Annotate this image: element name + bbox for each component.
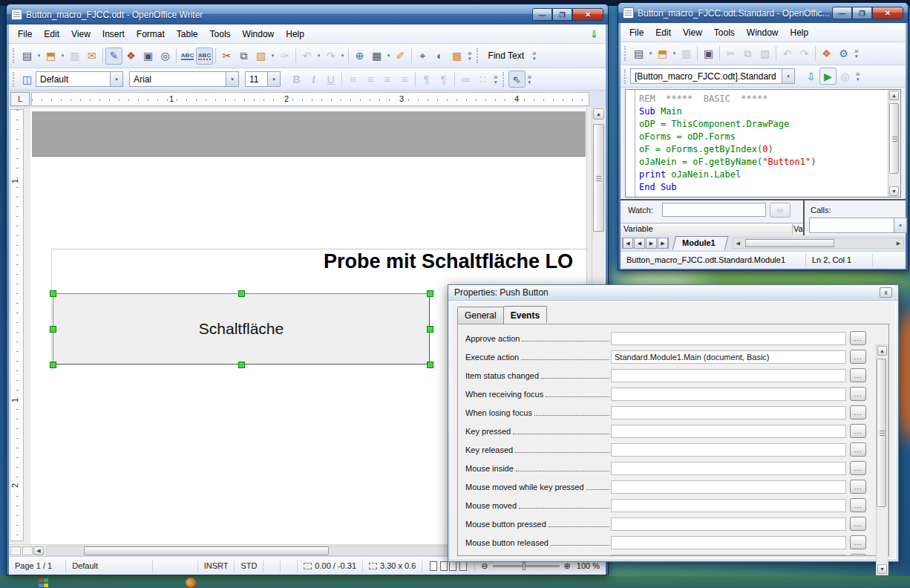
events-scrollbar-thumb[interactable] [877, 359, 886, 507]
paragraph-style-combo[interactable]: Default▾ [36, 71, 123, 87]
hyperlink-icon[interactable]: ⊕ [351, 48, 368, 65]
code-lines[interactable]: REM ***** BASIC ***** Sub Main oDP = Thi… [639, 93, 886, 194]
menu-window[interactable]: Window [741, 25, 785, 40]
styles-icon[interactable]: ◫ [19, 71, 36, 88]
spellcheck-icon[interactable]: ABC [179, 48, 196, 65]
browse-button[interactable]: ... [850, 424, 866, 438]
selection-handle[interactable] [50, 290, 56, 297]
ide-run-toolbar-overflow-icon[interactable]: »▾ [854, 71, 862, 82]
format-toolbar-overflow-icon[interactable]: »▾ [491, 74, 500, 85]
minimize-button[interactable]: — [832, 7, 852, 19]
page-number-status[interactable]: Page 1 / 1 [9, 560, 66, 572]
minimize-button[interactable]: — [532, 8, 552, 21]
form-toolbar-overflow-icon[interactable]: »▾ [526, 74, 534, 85]
browse-button[interactable]: ... [850, 442, 866, 457]
view-split-cell[interactable] [10, 546, 21, 555]
print-icon[interactable]: ▣ [700, 45, 717, 62]
scroll-up-icon[interactable]: ▲ [877, 346, 887, 356]
ide-hscrollbar-thumb[interactable] [745, 239, 834, 247]
tab-stop-selector[interactable]: L [10, 92, 30, 106]
scroll-left-icon[interactable]: ◀ [33, 546, 44, 555]
export-pdf-icon[interactable]: ❖ [122, 48, 140, 65]
vertical-ruler[interactable]: 1 1 2 [10, 109, 24, 541]
breakpoint-gutter[interactable] [626, 90, 635, 197]
navigator-icon[interactable]: ◐ [431, 48, 448, 65]
variable-column-header[interactable]: Variable [621, 223, 793, 235]
horizontal-scrollbar-thumb[interactable] [84, 546, 329, 555]
first-tab-icon[interactable]: ◀ [622, 238, 633, 249]
selection-handle[interactable] [427, 362, 433, 368]
select-pointer-icon[interactable]: ⇖ [508, 71, 526, 88]
print-icon[interactable]: ▣ [140, 48, 157, 65]
run-icon[interactable]: ▶ [819, 68, 837, 85]
menu-insert[interactable]: Insert [96, 27, 131, 42]
ide-horizontal-scrollbar[interactable]: ◀ ▶ [733, 238, 904, 249]
basic-code-editor[interactable]: REM ***** BASIC ***** Sub Main oDP = Thi… [625, 89, 901, 197]
code-scrollbar-thumb[interactable] [889, 103, 899, 174]
document-heading[interactable]: Probe mit Schaltfläche LO [324, 250, 573, 273]
menu-tools[interactable]: Tools [708, 25, 741, 40]
open-icon[interactable]: ⬒ [654, 45, 671, 62]
browse-button[interactable]: ... [850, 331, 866, 345]
browse-button[interactable]: ... [850, 368, 866, 382]
browse-button[interactable]: ... [850, 480, 866, 494]
menu-tools[interactable]: Tools [204, 27, 237, 42]
open-dropdown-icon[interactable]: ▾ [671, 50, 678, 56]
zoom-slider[interactable] [493, 565, 560, 567]
event-handler-field[interactable] [611, 536, 846, 549]
selection-mode-status[interactable]: STD [235, 560, 263, 572]
settings-gear-icon[interactable]: ⚙ [835, 45, 852, 62]
close-button[interactable]: ✕ [572, 8, 603, 21]
new-document-icon[interactable]: ▤ [630, 45, 647, 62]
book-view-icon[interactable] [459, 561, 467, 571]
menu-table[interactable]: Table [171, 27, 204, 42]
single-page-view-icon[interactable] [430, 561, 437, 571]
menu-format[interactable]: Format [131, 27, 171, 42]
draw-functions-icon[interactable]: ✐ [392, 48, 409, 65]
scroll-up-icon[interactable]: ▲ [593, 108, 604, 120]
find-replace-icon[interactable]: ⌖ [414, 48, 431, 65]
watch-input[interactable] [662, 203, 766, 217]
menu-help[interactable]: Help [280, 27, 310, 42]
event-handler-field[interactable] [611, 517, 846, 531]
menu-edit[interactable]: Edit [649, 25, 677, 40]
zoom-slider-thumb[interactable] [523, 562, 526, 570]
events-scrollbar[interactable]: ▲ ▼ [876, 344, 888, 575]
new-document-icon[interactable]: ▤ [19, 48, 36, 65]
event-handler-field[interactable] [611, 462, 846, 475]
find-toolbar-overflow-icon[interactable]: »▾ [530, 50, 539, 61]
event-handler-field[interactable] [611, 406, 846, 419]
last-tab-icon[interactable]: ▶ [658, 238, 669, 249]
scroll-down-icon[interactable]: ▼ [877, 564, 887, 574]
find-text-label[interactable]: Find Text [482, 50, 530, 61]
horizontal-ruler[interactable]: 1 2 3 4 [31, 92, 589, 106]
menu-file[interactable]: File [12, 27, 38, 42]
menu-view[interactable]: View [677, 25, 708, 40]
style-dropdown-icon[interactable]: ▾ [110, 72, 122, 86]
browse-button[interactable]: ... [850, 554, 866, 556]
selection-handle[interactable] [50, 326, 56, 333]
font-size-combo[interactable]: 11▾ [245, 71, 281, 87]
form-push-button[interactable]: Schaltfläche [53, 293, 430, 365]
event-handler-field[interactable] [611, 480, 846, 494]
tab-module1[interactable]: Module1 [672, 236, 728, 250]
close-button[interactable]: ✕ [872, 7, 903, 19]
close-icon[interactable]: x [880, 287, 892, 298]
ide-toolbar-overflow-icon[interactable]: »▾ [852, 48, 861, 59]
page-preview-icon[interactable]: ◎ [157, 48, 174, 65]
scroll-right-icon[interactable]: ▶ [894, 241, 903, 246]
menu-window[interactable]: Window [237, 27, 281, 42]
properties-dialog-titlebar[interactable]: Properties: Push Button x [448, 285, 898, 301]
selection-handle[interactable] [50, 362, 56, 368]
open-icon[interactable]: ⬒ [42, 48, 59, 65]
writer-titlebar[interactable]: Button_macro_FJCC.odt - OpenOffice Write… [7, 4, 608, 24]
event-handler-field[interactable] [611, 350, 846, 364]
firefox-icon[interactable] [186, 578, 196, 587]
event-handler-field[interactable] [611, 499, 846, 512]
calls-dropdown-icon[interactable]: ▾ [894, 218, 906, 232]
browse-button[interactable]: ... [850, 498, 866, 512]
event-handler-field[interactable] [611, 332, 846, 345]
ide-titlebar[interactable]: Button_macro_FJCC.odt.Standard - OpenOff… [618, 3, 908, 23]
prev-tab-icon[interactable]: ◀ [634, 238, 645, 249]
multi-page-view-icon[interactable] [440, 561, 448, 571]
